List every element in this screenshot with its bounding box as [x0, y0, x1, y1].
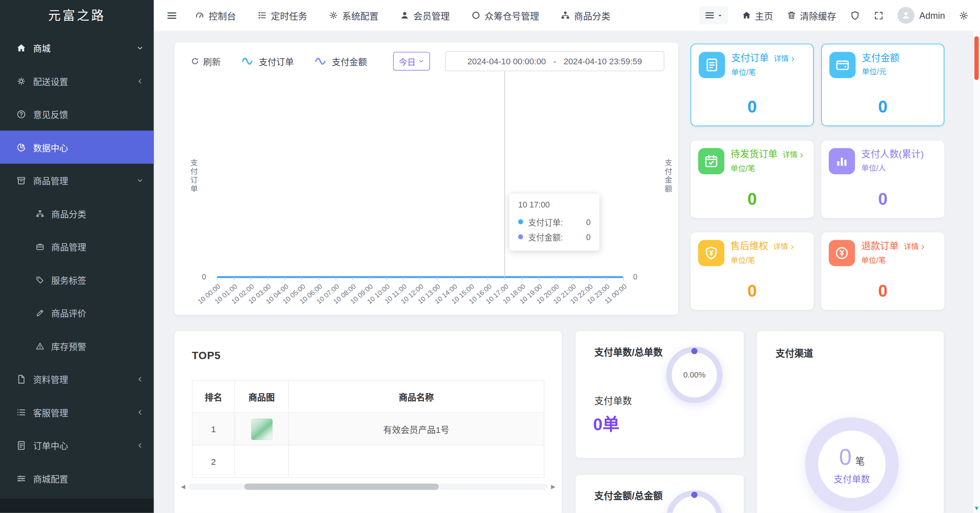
- menu-lines-icon: [704, 10, 715, 21]
- quick-menu-button[interactable]: [699, 6, 728, 24]
- expand-icon: [874, 10, 883, 20]
- chevron-left-icon: [136, 77, 144, 85]
- card-title: 支付单数/总单数: [594, 345, 663, 358]
- topnav-item-5[interactable]: 商品分类: [560, 9, 610, 22]
- y-axis-left-min: 0: [202, 273, 206, 281]
- legend-label: 支付订单: [259, 55, 294, 68]
- topbar-right: 主页 清除缓存 Admin: [699, 6, 969, 24]
- topnav-item-1[interactable]: 定时任务: [257, 9, 308, 22]
- sidebar-item-8[interactable]: 商品评价: [0, 296, 154, 329]
- list-icon: [16, 407, 26, 417]
- stat-title: 待发货订单: [731, 148, 777, 161]
- legend-item-1[interactable]: 支付金额: [314, 54, 367, 68]
- rank-cell: 1: [192, 413, 235, 445]
- legend-item-0[interactable]: 支付订单: [241, 54, 294, 68]
- detail-link[interactable]: 详情: [774, 52, 796, 65]
- sidebar-item-label: 库存预警: [51, 340, 86, 352]
- legend-label: 支付金额: [332, 55, 367, 68]
- username: Admin: [919, 10, 945, 20]
- top-nav: 控制台定时任务系统配置会员管理众筹仓号管理商品分类: [195, 9, 610, 22]
- sidebar-item-label: 意见反馈: [33, 108, 68, 121]
- scroll-right-arrow-icon[interactable]: ▶: [550, 483, 557, 491]
- topnav-item-0[interactable]: 控制台: [195, 9, 236, 22]
- sidebar-item-7[interactable]: 服务标签: [0, 263, 154, 296]
- home-link[interactable]: 主页: [742, 9, 773, 22]
- sidebar-item-1[interactable]: 配送设置: [0, 64, 154, 97]
- sidebar-item-2[interactable]: 意见反馈: [0, 98, 154, 131]
- period-value: 今日: [399, 55, 416, 68]
- image-cell: [235, 413, 288, 445]
- clear-cache-link[interactable]: 清除缓存: [787, 9, 836, 22]
- stat-title: 支付订单: [731, 52, 769, 64]
- refresh-button[interactable]: 刷新: [191, 55, 221, 68]
- date-range-input[interactable]: 2024-04-10 00:00:00 - 2024-04-10 23:59:5…: [445, 51, 664, 71]
- vertical-scrollbar[interactable]: ▼: [972, 31, 980, 513]
- chart-plot[interactable]: 支付订单 支付金额 0 0 10 00:0010 01:0010 02:0010…: [174, 71, 678, 315]
- stat-value: 0: [698, 190, 806, 213]
- ratio-percent: 0.00%: [683, 371, 705, 379]
- sidebar-item-9[interactable]: 库存预警: [0, 329, 154, 362]
- chevron-right-icon: [789, 243, 796, 250]
- table-row[interactable]: 1有效会员产品1号: [192, 413, 544, 445]
- sidebar-item-12[interactable]: 订单中心: [0, 429, 154, 462]
- sidebar-item-3[interactable]: 数据中心: [0, 131, 154, 163]
- fullscreen-button[interactable]: [874, 10, 883, 20]
- name-cell: 有效会员产品1号: [288, 413, 544, 445]
- sidebar-item-label: 服务标签: [51, 273, 86, 286]
- detail-link[interactable]: 详情: [773, 240, 796, 253]
- sidebar-item-0[interactable]: 商城: [0, 31, 154, 64]
- avatar: [897, 7, 914, 24]
- detail-link[interactable]: 详情: [782, 149, 805, 161]
- topnav-item-2[interactable]: 系统配置: [329, 9, 379, 22]
- top5-header-row: 排名商品图商品名称: [192, 380, 544, 413]
- document-icon: [16, 440, 26, 450]
- topnav-item-4[interactable]: 众筹仓号管理: [471, 9, 539, 22]
- scroll-down-arrow-icon[interactable]: ▼: [973, 505, 980, 512]
- sidebar-item-6[interactable]: 商品管理: [0, 230, 154, 263]
- sidebar-item-4[interactable]: 商品管理: [0, 164, 154, 197]
- chevron-right-icon: [789, 55, 796, 62]
- detail-link[interactable]: 详情: [904, 240, 926, 253]
- chart-tooltip: 10 17:00 支付订单:0支付金额:0: [509, 194, 599, 251]
- stat-card-0: 支付订单详情单位/笔0: [690, 44, 814, 126]
- calendar-check-icon: [698, 148, 725, 175]
- chart-legend: 支付订单支付金额: [221, 54, 367, 68]
- home-link-label: 主页: [755, 9, 773, 22]
- ring-marker-dot: [691, 492, 697, 498]
- settings-button[interactable]: [959, 10, 969, 20]
- channel-unit: 笔: [855, 454, 865, 467]
- card-title: 支付渠道: [775, 346, 813, 359]
- scrollbar-track[interactable]: [188, 484, 548, 490]
- payments-chart-card: 刷新 支付订单支付金额 今日 2024-04-10 00:00:00 - 202…: [174, 42, 678, 315]
- topnav-item-3[interactable]: 会员管理: [400, 9, 450, 22]
- sidebar-item-label: 资料管理: [33, 372, 68, 385]
- table-row[interactable]: 2: [192, 445, 544, 478]
- sidebar-item-label: 客服管理: [33, 406, 68, 418]
- sidebar-toggle-button[interactable]: [162, 6, 181, 25]
- security-button[interactable]: [850, 10, 860, 20]
- sidebar-item-5[interactable]: 商品分类: [0, 197, 154, 230]
- ratio-value: 0单: [593, 411, 620, 436]
- app-title: 元富之路: [0, 0, 154, 31]
- pay-amount-ratio-card: 支付金额/总金额: [576, 475, 744, 513]
- sidebar-item-13[interactable]: 商城配置: [0, 462, 154, 495]
- sidebar-item-label: 商品管理: [33, 174, 68, 187]
- archive-icon: [16, 175, 26, 185]
- scroll-left-arrow-icon[interactable]: ◀: [179, 483, 187, 491]
- stat-unit: 单位/笔: [731, 254, 806, 265]
- scrollbar-thumb[interactable]: [974, 36, 978, 80]
- channel-ring: 0 笔 支付单数: [805, 417, 899, 511]
- sidebar-item-11[interactable]: 客服管理: [0, 395, 154, 428]
- user-icon: [400, 11, 409, 20]
- ratio-ring: [666, 490, 723, 513]
- horizontal-scrollbar[interactable]: ◀ ▶: [179, 483, 557, 491]
- chevron-down-icon: [136, 176, 144, 184]
- hamburger-icon: [166, 10, 177, 21]
- ring-marker-dot: [691, 348, 697, 354]
- chevron-left-icon: [136, 375, 144, 383]
- sidebar-item-10[interactable]: 资料管理: [0, 363, 154, 395]
- user-menu[interactable]: Admin: [897, 7, 945, 24]
- period-select[interactable]: 今日: [393, 52, 430, 70]
- scrollbar-thumb[interactable]: [244, 484, 439, 490]
- sidebar-item-label: 商品评价: [51, 306, 86, 319]
